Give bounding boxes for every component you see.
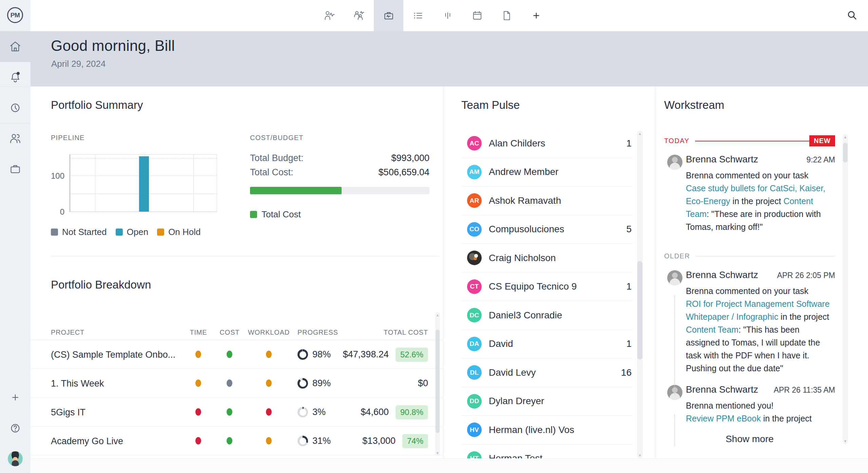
legend-label: Not Started	[62, 227, 107, 237]
page-title: Good morning, Bill	[51, 37, 175, 54]
calendar-icon	[471, 10, 483, 21]
search-button[interactable]	[845, 8, 860, 23]
scroll-up-icon[interactable]: ▲	[843, 135, 848, 139]
tab-board[interactable]	[433, 0, 462, 31]
bottom-strip	[31, 458, 868, 473]
tab-portfolio[interactable]	[374, 0, 403, 31]
y-axis-tick-100: 100	[49, 171, 64, 181]
scroll-down-icon[interactable]: ▼	[637, 453, 643, 458]
task-link[interactable]: ROI for Project Management Software Whit…	[686, 299, 830, 321]
board-columns-icon	[442, 10, 454, 21]
sidebar-item-projects[interactable]	[8, 161, 23, 176]
scroll-up-icon[interactable]: ▲	[435, 313, 440, 317]
team-member-row[interactable]: CO Compusoluciones 5	[461, 215, 633, 244]
team-member-row[interactable]: AR Ashok Ramavath	[461, 186, 633, 215]
table-row[interactable]: 5Gigs IT 3% $4,600 90.8%	[31, 398, 443, 427]
author-name: Brenna Schwartz	[686, 384, 758, 395]
tab-add[interactable]	[521, 0, 551, 31]
total-budget-row: Total Budget: $993,000	[250, 153, 429, 163]
workstream-scrollbar[interactable]: ▲ ▼	[843, 134, 848, 444]
total-cost-cell: $4,600 90.8%	[361, 398, 428, 427]
panel-divider	[443, 86, 443, 458]
sidebar-item-team[interactable]	[8, 131, 23, 146]
pipeline-label: PIPELINE	[51, 134, 85, 142]
table-row[interactable]: (CS) Sample Template Onbo... 98% $47,398…	[31, 340, 443, 369]
sidebar-item-recent[interactable]	[8, 100, 23, 115]
team-member-row[interactable]: DC Daniel3 Conradie	[461, 301, 633, 330]
tab-list[interactable]	[403, 0, 433, 31]
member-name: Herman (live.nl) Vos	[489, 425, 574, 435]
avatar-initials: HT	[470, 455, 479, 458]
entry-header: Brenna Schwartz APR 26 2:05 PM	[686, 270, 835, 280]
sidebar-help-button[interactable]	[8, 421, 23, 436]
task-link[interactable]: Review PPM eBook	[686, 414, 761, 423]
project-name[interactable]: 5Gigs IT	[51, 407, 85, 418]
sidebar-add-button[interactable]	[8, 390, 23, 405]
pipeline-chart	[70, 154, 217, 212]
user-avatar[interactable]	[8, 451, 23, 466]
project-name[interactable]: Academy Go Live	[51, 436, 123, 447]
total-cost-value: $4,600	[361, 407, 389, 417]
scrollbar-thumb[interactable]	[843, 143, 848, 162]
scrollbar-thumb[interactable]	[436, 330, 440, 433]
column-header-cost[interactable]: COST	[216, 329, 243, 336]
column-header-progress[interactable]: PROGRESS	[297, 329, 338, 336]
member-name: David Levy	[489, 367, 536, 378]
pm-logo[interactable]: PM	[7, 7, 23, 23]
entry-body: Brenna commented on your taskCase study …	[686, 169, 836, 233]
team-member-row[interactable]: CT CS Equipo Tecnico 9 1	[461, 273, 633, 301]
tab-user-activity[interactable]	[315, 0, 344, 31]
tab-calendar[interactable]	[462, 0, 492, 31]
workstream-entry[interactable]: Brenna Schwartz APR 26 2:05 PM Brenna co…	[664, 270, 835, 375]
total-cost-value: $506,659.04	[379, 167, 429, 178]
scroll-down-icon[interactable]: ▼	[435, 451, 440, 455]
scroll-up-icon[interactable]: ▲	[637, 131, 643, 136]
team-member-row[interactable]: Craig Nicholson	[461, 244, 633, 273]
team-member-row[interactable]: AC Alan Childers 1	[461, 129, 633, 158]
member-avatar: AR	[467, 193, 482, 208]
workstream-entry[interactable]: Brenna Schwartz 9:22 AM Brenna commented…	[664, 154, 835, 233]
table-row[interactable]: 1. This Week 89% $0	[31, 369, 443, 398]
column-header-total-cost[interactable]: TOTAL COST	[384, 329, 428, 336]
cost-budget-label: COST/BUDGET	[250, 134, 304, 142]
team-pulse-scrollbar[interactable]: ▲ ▼	[637, 131, 643, 458]
add-tab-icon	[531, 10, 542, 21]
column-header-workload[interactable]: WORKLOAD	[244, 329, 293, 336]
entry-timestamp: 9:22 AM	[807, 155, 835, 164]
member-name: Dylan Dreyer	[489, 396, 544, 407]
cost-progress-bar	[250, 187, 429, 194]
workstream-entry[interactable]: Brenna Schwartz APR 26 11:35 AM Brenna m…	[664, 384, 835, 425]
sidebar-item-home[interactable]	[8, 39, 23, 54]
table-row[interactable]: Academy Go Live 31% $13,000 74%	[31, 427, 443, 455]
member-count: 1	[626, 281, 632, 292]
cost-status-dot	[227, 379, 232, 387]
total-budget-label: Total Budget:	[250, 153, 304, 163]
project-name[interactable]: 1. This Week	[51, 378, 104, 389]
open-bar[interactable]	[139, 156, 149, 212]
entry-body: Brenna commented on your taskROI for Pro…	[686, 284, 836, 375]
team-member-row[interactable]: DA David 1	[461, 330, 633, 359]
list-icon	[412, 10, 424, 21]
team-member-row[interactable]: DL David Levy 16	[461, 358, 633, 387]
task-link[interactable]: Content Team	[686, 325, 738, 334]
scrollbar-thumb[interactable]	[637, 261, 642, 359]
plus-icon	[9, 391, 21, 403]
team-member-row[interactable]: HV Herman (live.nl) Vos	[461, 416, 633, 445]
column-header-project[interactable]: PROJECT	[51, 329, 84, 336]
legend-item: Not Started	[51, 227, 107, 237]
tab-team-activity[interactable]	[344, 0, 374, 31]
team-member-row[interactable]: DD Dylan Dreyer	[461, 387, 633, 416]
member-avatar	[467, 251, 482, 265]
cost-progress-fill	[250, 187, 342, 194]
column-header-time[interactable]: TIME	[185, 329, 212, 336]
scroll-down-icon[interactable]: ▼	[843, 439, 848, 444]
sidebar-item-notifications[interactable]	[8, 70, 23, 85]
project-name[interactable]: (CS) Sample Template Onbo...	[51, 350, 175, 360]
table-scrollbar[interactable]: ▲ ▼	[435, 312, 440, 456]
tab-document[interactable]	[492, 0, 521, 31]
briefcase-icon	[9, 162, 22, 175]
user-activity-icon	[324, 10, 335, 21]
team-member-row[interactable]: HT Herman Test	[461, 445, 633, 459]
team-member-row[interactable]: AM Andrew Member	[461, 158, 633, 187]
show-more-button[interactable]: Show more	[664, 434, 835, 445]
